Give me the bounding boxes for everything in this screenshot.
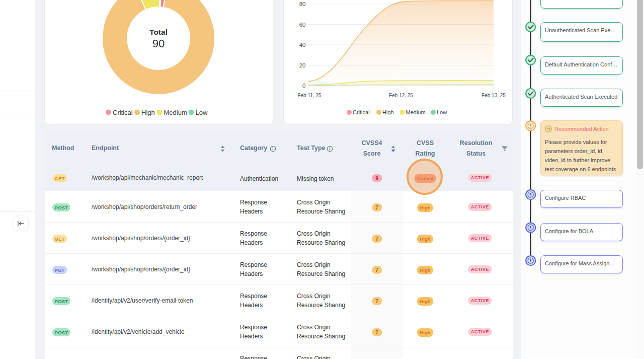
svg-text:0: 0 — [302, 83, 305, 89]
svg-text:60: 60 — [299, 22, 306, 28]
svg-text:90: 90 — [152, 37, 165, 50]
svg-text:Medium: Medium — [406, 109, 426, 115]
svg-text:High: High — [382, 109, 394, 115]
svg-text:Low: Low — [196, 109, 208, 116]
svg-text:Critical: Critical — [113, 109, 133, 116]
svg-text:40: 40 — [299, 42, 306, 48]
svg-text:Critical: Critical — [353, 109, 370, 115]
svg-text:Feb 11, 25: Feb 11, 25 — [297, 93, 321, 98]
svg-text:Low: Low — [437, 109, 447, 115]
svg-text:High: High — [141, 109, 155, 116]
svg-text:Feb 12, 25: Feb 12, 25 — [389, 93, 413, 98]
svg-text:Medium: Medium — [164, 109, 187, 116]
svg-text:Feb 13, 25: Feb 13, 25 — [481, 93, 506, 98]
svg-text:20: 20 — [299, 62, 306, 68]
svg-text:80: 80 — [299, 1, 306, 7]
svg-text:Total: Total — [149, 28, 168, 36]
